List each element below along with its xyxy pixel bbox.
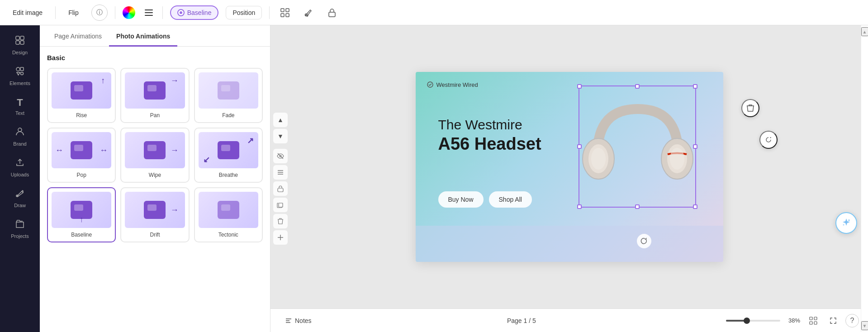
svg-rect-39 [814,322,817,324]
right-toolbar: ▲ ▼ [270,109,290,248]
svg-rect-3 [286,14,289,17]
align-button[interactable] [273,165,288,180]
grid-view-button[interactable] [277,5,293,21]
refresh-element-button[interactable] [759,131,778,149]
lock-button[interactable] [324,5,340,21]
animation-preview-wipe: → [125,132,185,168]
help-button[interactable]: ? [845,314,859,327]
grid-layout-button[interactable] [806,314,821,327]
sidebar-item-text[interactable]: T Text [4,92,36,120]
svg-point-32 [843,224,844,226]
sidebar-item-draw[interactable]: Draw [4,184,36,213]
svg-rect-5 [329,12,335,17]
animation-name-wipe: Wipe [149,172,161,178]
buy-now-button[interactable]: Buy Now [438,191,484,208]
panel-content[interactable]: Basic ↑ Rise → Pan [40,47,270,332]
breathe-arrow2-icon: ↙ [203,155,210,165]
card-text: The Westmire A56 Headset [438,117,541,154]
refresh-floating-container [759,140,778,158]
design-bottom-strip [416,226,723,262]
sidebar-item-design[interactable]: Design [4,31,36,60]
eye-icon [277,152,284,160]
menu-button[interactable] [142,6,155,19]
sidebar-projects-label: Projects [11,233,29,239]
sidebar-item-projects[interactable]: Projects [4,214,36,243]
position-label: Position [232,9,255,16]
bottom-left: Notes [280,314,317,327]
chevron-down-button[interactable]: ▼ [273,129,288,143]
rotate-button[interactable] [637,234,651,248]
svg-rect-20 [278,188,283,192]
magic-icon [841,218,852,228]
animation-card-drift[interactable]: → Drift [120,187,189,242]
zoom-percentage: 38% [784,317,800,324]
rotate-icon [640,237,648,245]
pan-arrow-icon: → [171,76,179,85]
design-card[interactable]: Westmire Wired The Westmire A56 Headset … [416,72,723,262]
sidebar-item-uploads[interactable]: Uploads [4,153,36,182]
animation-card-fade[interactable]: Fade [194,68,263,123]
svg-point-30 [670,148,684,170]
svg-point-13 [18,128,22,132]
svg-rect-7 [20,36,24,40]
expand-button[interactable] [826,314,840,327]
animation-card-tectonic[interactable]: Tectonic [194,187,263,242]
animation-card-wipe[interactable]: → Wipe [120,128,189,183]
animation-card-baseline[interactable]: ↑ Baseline [47,187,116,242]
animation-card-breathe[interactable]: ↗ ↙ Breathe [194,128,263,183]
breathe-arrow-icon: ↗ [247,136,254,146]
sidebar-elements-label: Elements [9,81,30,86]
edit-image-button[interactable]: Edit image [7,6,48,19]
svg-rect-9 [20,41,24,44]
svg-rect-37 [814,317,817,320]
baseline-button[interactable]: Baseline [170,5,219,20]
animation-preview-breathe: ↗ ↙ [199,132,258,168]
text-icon: T [17,97,23,109]
position-button[interactable]: Position [226,6,262,19]
sidebar-item-brand[interactable]: Brand [4,122,36,151]
flip-button[interactable]: Flip [63,6,84,19]
duplicate-button[interactable] [273,198,288,212]
pop-arrow-left-icon: ↔ [55,146,63,155]
delete-canvas-button[interactable] [273,214,288,228]
animation-card-pop[interactable]: ↔ ↔ Pop [47,128,116,183]
notes-button[interactable]: Notes [280,314,317,327]
animation-card-pan[interactable]: → Pan [120,68,189,123]
baseline-arrow-icon: ↑ [80,215,84,224]
projects-icon [15,219,25,232]
visibility-button[interactable] [273,149,288,163]
lock-icon [328,8,336,17]
add-button[interactable] [273,230,288,245]
left-sidebar: Design Elements T Text Brand Uploads [0,25,40,332]
svg-rect-8 [16,41,19,44]
tab-page-animations[interactable]: Page Animations [47,25,109,47]
style-button[interactable] [300,5,317,21]
sidebar-item-elements[interactable]: Elements [4,62,36,90]
zoom-slider[interactable]: 38% [726,317,800,324]
info-button[interactable]: ⓘ [91,5,108,21]
tab-photo-animations[interactable]: Photo Animations [109,25,177,47]
slider-track[interactable] [726,320,780,322]
sidebar-brand-label: Brand [13,141,26,147]
color-wheel-button[interactable] [123,6,135,19]
rotate-handle[interactable] [637,234,651,248]
animation-name-fade: Fade [222,112,234,119]
slider-thumb[interactable] [744,318,750,324]
animation-name-rise: Rise [76,112,87,119]
animation-card-rise[interactable]: ↑ Rise [47,68,116,123]
brush-icon [304,8,313,17]
ai-magic-button[interactable] [835,212,857,234]
chevron-up-button[interactable]: ▲ [273,113,288,127]
shop-all-button[interactable]: Shop All [489,191,532,208]
sidebar-text-label: Text [15,110,24,116]
refresh-icon [764,136,773,144]
animation-name-pop: Pop [76,172,86,178]
svg-rect-6 [16,36,19,40]
design-icon [15,35,25,48]
headphone-image [579,86,696,208]
add-icon [277,234,284,241]
delete-element-button[interactable] [741,99,759,117]
lock-canvas-button[interactable] [273,181,288,196]
section-basic: Basic [47,54,263,62]
sidebar-uploads-label: Uploads [11,172,29,177]
